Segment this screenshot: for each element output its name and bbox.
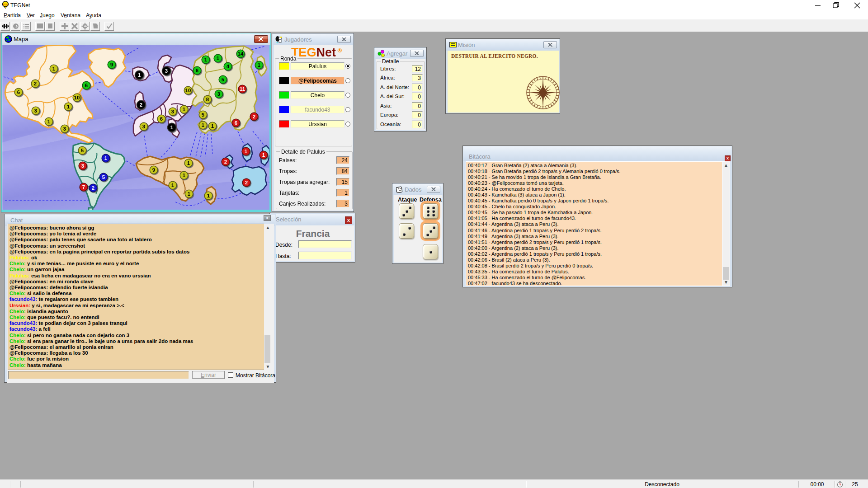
svg-text:10: 10 [185, 88, 191, 93]
svg-text:1: 1 [217, 56, 220, 61]
svg-text:1: 1 [211, 123, 214, 129]
svg-text:3: 3 [217, 91, 220, 97]
svg-text:1: 1 [202, 122, 205, 128]
svg-text:6: 6 [160, 116, 163, 122]
svg-text:1: 1 [262, 152, 265, 158]
svg-text:1: 1 [183, 107, 186, 112]
svg-text:1: 1 [47, 119, 51, 124]
svg-text:TEG: TEG [3, 3, 8, 6]
svg-text:9: 9 [152, 167, 155, 173]
svg-text:1: 1 [104, 155, 108, 161]
svg-text:1: 1 [207, 193, 210, 198]
svg-text:1: 1 [188, 191, 191, 197]
svg-text:14: 14 [238, 51, 244, 56]
svg-text:10: 10 [74, 95, 80, 100]
svg-text:1: 1 [258, 62, 261, 68]
svg-text:5: 5 [222, 77, 225, 82]
svg-text:1: 1 [170, 125, 174, 130]
svg-text:4: 4 [226, 64, 230, 69]
svg-text:6: 6 [85, 83, 88, 88]
svg-text:2: 2 [245, 180, 248, 185]
svg-text:1: 1 [171, 183, 175, 188]
svg-text:7: 7 [82, 184, 85, 190]
svg-text:5: 5 [102, 174, 105, 180]
svg-text:2: 2 [140, 102, 142, 108]
svg-text:3: 3 [34, 108, 37, 113]
svg-text:5: 5 [81, 148, 84, 153]
svg-text:6: 6 [17, 89, 20, 95]
svg-text:1: 1 [138, 72, 141, 78]
svg-text:1: 1 [67, 104, 70, 109]
svg-text:6: 6 [235, 120, 237, 126]
svg-text:1: 1 [52, 66, 56, 71]
svg-text:2: 2 [224, 159, 227, 164]
svg-text:11: 11 [240, 86, 245, 92]
svg-text:1: 1 [183, 173, 186, 178]
svg-text:3: 3 [81, 163, 84, 169]
svg-text:6: 6 [196, 68, 198, 73]
svg-text:2: 2 [92, 185, 94, 191]
svg-text:1: 1 [204, 57, 208, 62]
svg-text:1: 1 [187, 160, 190, 166]
svg-text:3: 3 [171, 109, 174, 114]
svg-text:5: 5 [202, 112, 205, 117]
svg-text:2: 2 [34, 81, 37, 86]
svg-text:3: 3 [165, 68, 168, 74]
svg-text:8: 8 [206, 97, 209, 102]
svg-text:1: 1 [245, 149, 248, 154]
svg-text:9: 9 [110, 62, 113, 67]
svg-text:3: 3 [142, 124, 145, 129]
svg-text:3: 3 [63, 126, 66, 131]
svg-text:2: 2 [253, 114, 255, 119]
